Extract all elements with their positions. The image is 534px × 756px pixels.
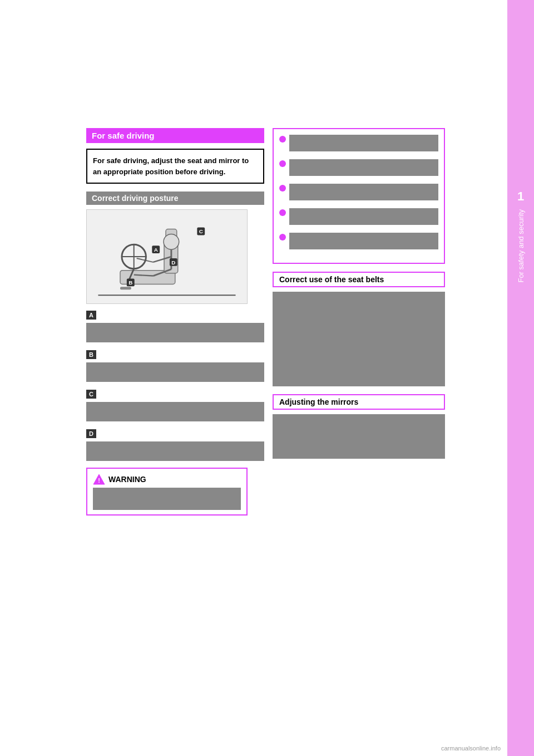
warning-icon: ! bbox=[93, 473, 105, 485]
bullet-dot-4 bbox=[279, 209, 286, 216]
left-column: For safe driving For safe driving, adjus… bbox=[86, 128, 264, 516]
bullet-text-2 bbox=[289, 159, 438, 176]
label-c-text bbox=[86, 402, 264, 421]
watermark: carmanualsonline.info bbox=[441, 745, 501, 752]
bullet-dot-3 bbox=[279, 185, 286, 192]
sidebar-number: 1 bbox=[517, 189, 524, 204]
bullet-dot-1 bbox=[279, 136, 286, 143]
car-diagram: A B C D bbox=[86, 209, 248, 304]
label-a-item: A bbox=[86, 310, 264, 342]
safe-driving-header: For safe driving bbox=[86, 128, 264, 143]
label-c-key: C bbox=[86, 390, 96, 399]
label-d-text bbox=[86, 441, 264, 461]
bullet-dot-5 bbox=[279, 234, 286, 240]
label-c-item: C bbox=[86, 389, 264, 421]
svg-rect-14 bbox=[120, 287, 131, 289]
bullet-text-4 bbox=[289, 208, 438, 225]
label-d-key: D bbox=[86, 429, 96, 438]
warning-header: ! WARNING bbox=[93, 473, 241, 485]
svg-text:B: B bbox=[128, 279, 132, 286]
svg-point-4 bbox=[164, 234, 179, 249]
label-a-text bbox=[86, 323, 264, 342]
bullet-dot-2 bbox=[279, 160, 286, 167]
bullet-item-3 bbox=[279, 184, 438, 200]
svg-text:D: D bbox=[171, 259, 175, 266]
bullet-item-1 bbox=[279, 135, 438, 151]
label-a-key: A bbox=[86, 311, 96, 320]
warning-box: ! WARNING bbox=[86, 468, 248, 516]
info-text: For safe driving, adjust the seat and mi… bbox=[93, 156, 249, 176]
bullet-list-box bbox=[273, 128, 445, 264]
mirrors-header: Adjusting the mirrors bbox=[273, 394, 445, 410]
label-b-key: B bbox=[86, 350, 96, 359]
right-column: Correct use of the seat belts Adjusting … bbox=[273, 128, 445, 459]
warning-text bbox=[93, 488, 241, 510]
bullet-item-5 bbox=[279, 233, 438, 249]
svg-text:!: ! bbox=[98, 477, 100, 484]
bullet-text-3 bbox=[289, 184, 438, 200]
mirrors-content bbox=[273, 414, 445, 459]
bullet-text-5 bbox=[289, 233, 438, 249]
label-d-item: D bbox=[86, 428, 264, 461]
seat-belts-header: Correct use of the seat belts bbox=[273, 272, 445, 287]
page: For safe driving For safe driving, adjus… bbox=[0, 0, 534, 756]
sidebar-label: For safety and security bbox=[517, 209, 525, 283]
driving-posture-header: Correct driving posture bbox=[86, 192, 264, 205]
sidebar: 1 For safety and security bbox=[507, 0, 534, 756]
label-b-text bbox=[86, 362, 264, 382]
svg-text:C: C bbox=[199, 228, 203, 234]
label-b-item: B bbox=[86, 349, 264, 382]
svg-text:A: A bbox=[154, 247, 158, 253]
bullet-item-2 bbox=[279, 159, 438, 176]
bullet-text-1 bbox=[289, 135, 438, 151]
info-box: For safe driving, adjust the seat and mi… bbox=[86, 149, 264, 184]
warning-title: WARNING bbox=[108, 475, 146, 484]
seat-belts-content bbox=[273, 292, 445, 386]
main-content: For safe driving For safe driving, adjus… bbox=[0, 0, 507, 756]
bullet-item-4 bbox=[279, 208, 438, 225]
